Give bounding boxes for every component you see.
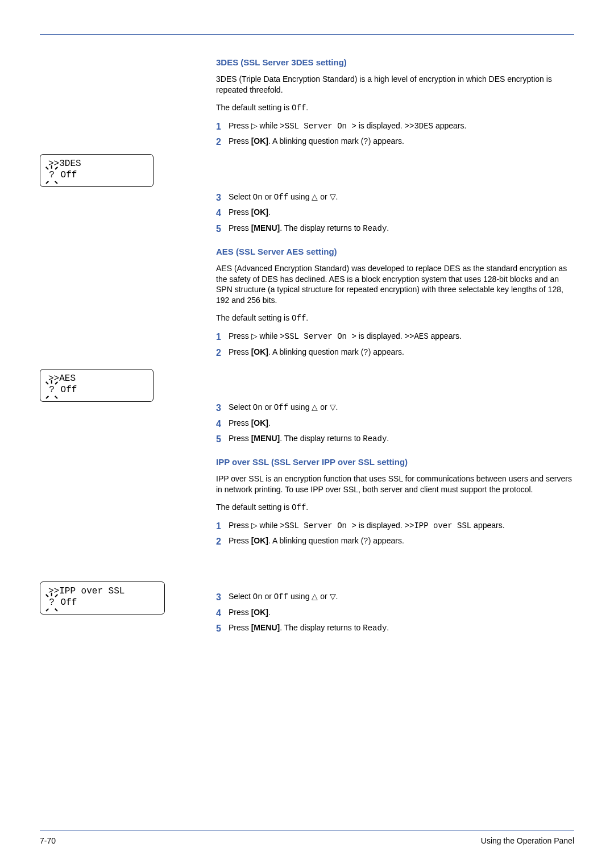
blink-question: ? [48, 384, 55, 396]
step-text: Press [MENU]. The display returns to Rea… [229, 433, 574, 446]
step: 2 Press [OK]. A blinking question mark (… [216, 347, 574, 359]
step: 1 Press ▷ while >SSL Server On > is disp… [216, 331, 574, 343]
display-line-2: ? Off [46, 384, 147, 396]
step-text: Select On or Off using △ or ▽. [229, 402, 574, 414]
heading-ipp: IPP over SSL (SSL Server IPP over SSL se… [216, 457, 574, 467]
steps-3des-cont: 3 Select On or Off using △ or ▽. 4 Press… [216, 192, 574, 235]
step: 5 Press [MENU]. The display returns to R… [216, 622, 574, 635]
step-text: Select On or Off using △ or ▽. [229, 192, 574, 204]
step-number: 5 [216, 223, 229, 235]
lcd-display-3des: >>3DES ? Off [40, 154, 154, 187]
steps-ipp: 1 Press ▷ while >SSL Server On > is disp… [216, 520, 574, 548]
right-column: 3DES (SSL Server 3DES setting) 3DES (Tri… [216, 57, 574, 638]
display-line-2: ? Off [46, 597, 159, 608]
blink-question: ? [48, 597, 55, 608]
step: 4 Press [OK]. [216, 207, 574, 219]
step-number: 2 [216, 347, 229, 359]
footer-divider [40, 830, 574, 830]
step-number: 5 [216, 433, 229, 446]
step-text: Select On or Off using △ or ▽. [229, 591, 574, 604]
step-text: Press [OK]. [229, 418, 574, 430]
display-line-2-rest: Off [55, 385, 77, 395]
footer-title: Using the Operation Panel [481, 836, 574, 845]
step-text: Press [MENU]. The display returns to Rea… [229, 622, 574, 635]
content-area: >>3DES ? Off >>AES ? Off >>IPP over SSL [40, 57, 574, 638]
step-text: Press ▷ while >SSL Server On > is displa… [229, 331, 574, 343]
display-line-1: >>3DES [46, 158, 147, 169]
display-line-1: >>IPP over SSL [46, 585, 159, 597]
step: 1 Press ▷ while >SSL Server On > is disp… [216, 520, 574, 533]
step-text: Press [MENU]. The display returns to Rea… [229, 223, 574, 235]
step-number: 2 [216, 535, 229, 548]
step-number: 3 [216, 192, 229, 204]
step-number: 1 [216, 520, 229, 533]
step-number: 1 [216, 121, 229, 133]
page-number: 7-70 [40, 836, 56, 845]
left-column: >>3DES ? Off >>AES ? Off >>IPP over SSL [40, 57, 216, 638]
step-text: Press [OK]. A blinking question mark (?)… [229, 136, 574, 148]
step: 3 Select On or Off using △ or ▽. [216, 591, 574, 604]
para-aes-default: The default setting is Off. [216, 313, 574, 324]
step: 3 Select On or Off using △ or ▽. [216, 402, 574, 414]
lcd-display-ipp: >>IPP over SSL ? Off [40, 582, 165, 614]
step: 4 Press [OK]. [216, 607, 574, 620]
steps-ipp-cont: 3 Select On or Off using △ or ▽. 4 Press… [216, 591, 574, 635]
display-line-2: ? Off [46, 169, 147, 181]
lcd-display-aes: >>AES ? Off [40, 369, 154, 402]
step-text: Press [OK]. [229, 607, 574, 620]
step-number: 4 [216, 207, 229, 219]
heading-aes: AES (SSL Server AES setting) [216, 247, 574, 256]
para-3des-default: The default setting is Off. [216, 102, 574, 114]
step-number: 4 [216, 418, 229, 430]
steps-3des: 1 Press ▷ while >SSL Server On > is disp… [216, 121, 574, 148]
step-number: 3 [216, 402, 229, 414]
display-line-1: >>AES [46, 373, 147, 384]
step: 1 Press ▷ while >SSL Server On > is disp… [216, 121, 574, 133]
para-aes-desc: AES (Advanced Encryption Standard) was d… [216, 263, 574, 306]
heading-3des: 3DES (SSL Server 3DES setting) [216, 57, 574, 67]
step-number: 1 [216, 331, 229, 343]
page-footer: 7-70 Using the Operation Panel [40, 830, 574, 845]
top-divider [40, 34, 574, 35]
step: 5 Press [MENU]. The display returns to R… [216, 223, 574, 235]
step: 3 Select On or Off using △ or ▽. [216, 192, 574, 204]
display-line-2-rest: Off [55, 597, 77, 608]
para-ipp-default: The default setting is Off. [216, 502, 574, 513]
step: 2 Press [OK]. A blinking question mark (… [216, 535, 574, 548]
step-text: Press [OK]. A blinking question mark (?)… [229, 535, 574, 548]
step-number: 2 [216, 136, 229, 148]
blink-question: ? [48, 169, 55, 181]
step-text: Press [OK]. A blinking question mark (?)… [229, 347, 574, 359]
step-number: 5 [216, 622, 229, 635]
steps-aes: 1 Press ▷ while >SSL Server On > is disp… [216, 331, 574, 359]
step-text: Press ▷ while >SSL Server On > is displa… [229, 121, 574, 133]
step-number: 4 [216, 607, 229, 620]
para-3des-desc: 3DES (Triple Data Encryption Standard) i… [216, 74, 574, 95]
step-text: Press ▷ while >SSL Server On > is displa… [229, 520, 574, 533]
display-line-2-rest: Off [55, 170, 77, 180]
para-ipp-desc: IPP over SSL is an encryption function t… [216, 474, 574, 495]
step: 4 Press [OK]. [216, 418, 574, 430]
step: 2 Press [OK]. A blinking question mark (… [216, 136, 574, 148]
step-number: 3 [216, 591, 229, 604]
step: 5 Press [MENU]. The display returns to R… [216, 433, 574, 446]
steps-aes-cont: 3 Select On or Off using △ or ▽. 4 Press… [216, 402, 574, 446]
step-text: Press [OK]. [229, 207, 574, 219]
